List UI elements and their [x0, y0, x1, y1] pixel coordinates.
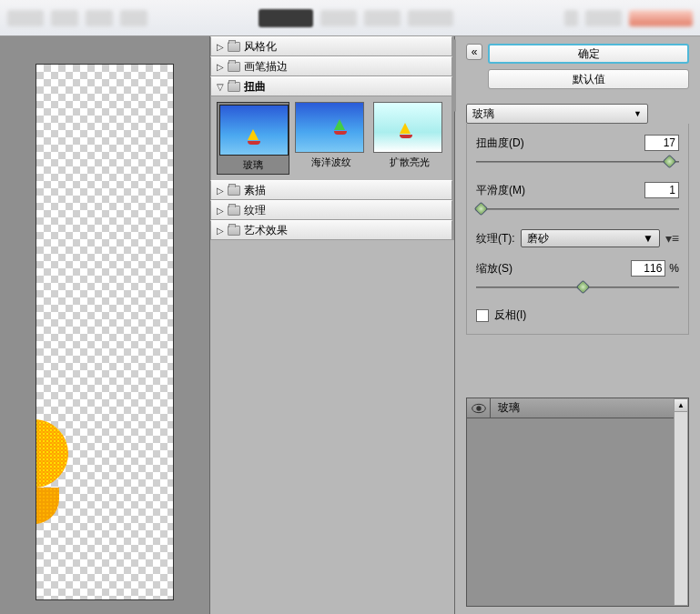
artwork-shape: [36, 419, 73, 547]
folder-icon: [228, 186, 240, 196]
canvas[interactable]: [36, 64, 174, 600]
smoothness-input[interactable]: [644, 182, 679, 198]
chevron-down-icon: ▼: [634, 109, 642, 118]
chevron-right-icon: [217, 60, 224, 73]
layer-name: 玻璃: [491, 400, 520, 416]
texture-label: 纹理(T):: [476, 231, 515, 247]
chevron-right-icon: [217, 224, 224, 237]
thumb-glass[interactable]: 玻璃: [217, 102, 289, 175]
texture-select[interactable]: 磨砂 ▼: [521, 229, 660, 247]
folder-icon: [228, 82, 240, 92]
category-brushstrokes[interactable]: 画笔描边: [210, 56, 452, 76]
eye-icon: [472, 403, 486, 414]
category-distort[interactable]: 扭曲: [210, 76, 452, 96]
scale-slider[interactable]: [476, 280, 679, 295]
chevron-right-icon: [217, 40, 224, 53]
defaults-button[interactable]: 默认值: [488, 69, 689, 89]
folder-icon: [228, 206, 240, 216]
filter-select-value: 玻璃: [472, 106, 494, 122]
settings-panel: « 确定 默认值 玻璃 ▼ 扭曲度(D) 平滑度(M): [455, 36, 700, 614]
invert-checkbox[interactable]: [476, 309, 489, 322]
filter-thumbnails: 玻璃 海洋波纹 扩散亮光: [210, 96, 452, 180]
distortion-label: 扭曲度(D): [476, 136, 644, 151]
category-label: 风格化: [244, 39, 277, 55]
folder-icon: [228, 226, 240, 236]
category-label: 纹理: [244, 203, 266, 218]
thumb-label: 玻璃: [219, 158, 287, 172]
scale-unit: %: [669, 262, 679, 275]
thumb-label: 海洋波纹: [295, 156, 368, 169]
thumb-label: 扩散亮光: [373, 156, 446, 169]
chevron-left-icon: «: [472, 45, 478, 58]
distortion-input[interactable]: [644, 135, 679, 151]
smoothness-slider[interactable]: [476, 202, 679, 216]
category-label: 画笔描边: [244, 59, 288, 75]
svg-point-1: [476, 406, 481, 410]
preview-pane: [0, 36, 209, 614]
category-label: 扭曲: [244, 79, 266, 95]
filter-gallery: 风格化 画笔描边 扭曲 玻璃 海洋波纹 扩散亮光: [209, 36, 455, 614]
app-toolbar: [0, 0, 700, 36]
chevron-right-icon: [217, 184, 224, 196]
smoothness-label: 平滑度(M): [476, 183, 644, 198]
distortion-slider[interactable]: [476, 155, 679, 169]
thumb-diffuse-glow[interactable]: 扩散亮光: [373, 102, 446, 175]
scroll-up-icon[interactable]: ▲: [675, 399, 687, 412]
chevron-down-icon: [217, 80, 224, 93]
thumb-ocean-ripple[interactable]: 海洋波纹: [295, 102, 368, 175]
collapse-button[interactable]: «: [466, 44, 482, 60]
category-sketch[interactable]: 素描: [210, 180, 452, 200]
invert-label: 反相(I): [494, 307, 526, 323]
category-artistic[interactable]: 艺术效果: [210, 220, 452, 240]
texture-menu-icon[interactable]: ▾≡: [665, 231, 679, 246]
category-label: 艺术效果: [244, 223, 288, 238]
category-stylize[interactable]: 风格化: [210, 36, 452, 56]
visibility-toggle[interactable]: [467, 398, 491, 418]
category-texture[interactable]: 纹理: [210, 200, 452, 220]
folder-icon: [228, 62, 240, 72]
scrollbar[interactable]: [452, 36, 454, 240]
scale-input[interactable]: [631, 260, 665, 277]
filter-select[interactable]: 玻璃 ▼: [466, 104, 648, 124]
folder-icon: [228, 42, 240, 52]
ok-button[interactable]: 确定: [488, 44, 689, 64]
chevron-down-icon: ▼: [643, 232, 654, 245]
scale-label: 缩放(S): [476, 261, 631, 277]
texture-select-value: 磨砂: [527, 231, 549, 247]
effect-layers: 玻璃 ▲: [466, 398, 689, 607]
chevron-right-icon: [217, 204, 224, 216]
layers-list[interactable]: [467, 418, 674, 606]
category-label: 素描: [244, 183, 266, 198]
layers-scrollbar[interactable]: ▲: [674, 398, 688, 606]
